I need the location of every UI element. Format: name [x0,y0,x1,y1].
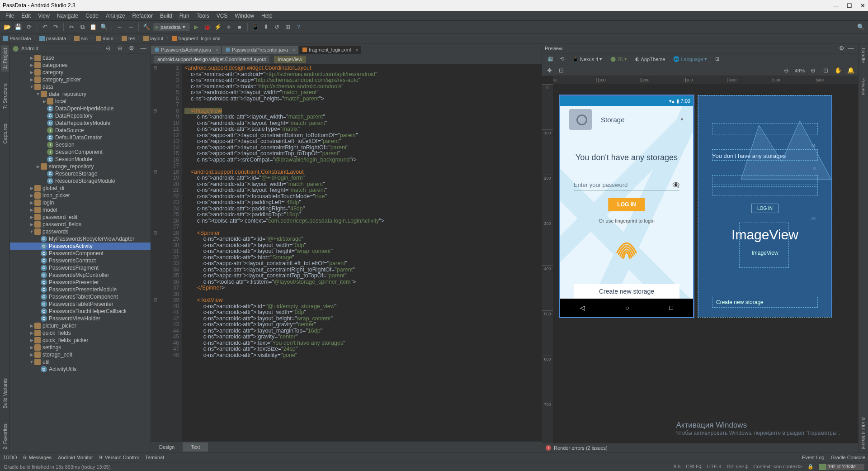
tree-node[interactable]: CMyPasswordsRecyclerViewAdapter [10,235,151,243]
editor-tab[interactable]: PasswordsActivity.java× [151,46,221,54]
minimize-button[interactable]: — [833,2,839,9]
render-errors-bar[interactable]: ! Render errors (2 issues) [542,443,858,452]
breadcrumb-item[interactable]: fragment_login.xml [172,36,223,41]
zoom-fit-icon[interactable]: ⊡ [821,66,830,75]
tree-node[interactable]: ▶storage_edit [10,351,151,358]
gear-icon[interactable]: ⚙ [127,44,136,53]
file-encoding[interactable]: UTF-8 [707,464,721,470]
nav-recent-icon[interactable]: □ [669,304,673,311]
tab-design[interactable]: Design [151,442,183,452]
tree-node[interactable]: CPasswordViewHolder [10,315,151,322]
undo-icon[interactable]: ↶ [40,23,49,32]
lock-icon[interactable]: 🔒 [807,464,814,470]
close-tab-icon[interactable]: × [216,48,218,52]
bottom-tab[interactable]: Terminal [145,455,164,460]
attach-icon[interactable]: ⎆ [224,23,233,32]
menu-file[interactable]: File [2,12,18,20]
menu-navigate[interactable]: Navigate [53,12,82,20]
tree-node[interactable]: CPasswordsContract [10,257,151,264]
tree-node[interactable]: CResourceStorageModule [10,177,151,185]
pan-mode-icon[interactable]: ✋ [834,66,843,75]
nav-back-icon[interactable]: ◁ [580,304,585,311]
tree-node[interactable]: CPasswordsActivity [10,243,151,250]
theme-dropdown[interactable]: ◐ AppTheme [632,55,668,63]
tree-node[interactable]: CSessionModule [10,156,151,163]
tree-node[interactable]: ISessionComponent [10,148,151,156]
project-view-dropdown[interactable]: Android [21,46,101,51]
tree-node[interactable]: CPasswordsComponent [10,250,151,257]
bottom-tab[interactable]: 9: Version Control [99,455,139,460]
tree-node[interactable]: ▼data_repository [10,90,151,98]
tree-node[interactable]: CPasswordsFragment [10,264,151,271]
back-icon[interactable]: ← [115,23,124,32]
collapse-icon[interactable]: ⊖ [104,44,113,53]
tree-node[interactable]: CDataOpenHelperModule [10,105,151,112]
breadcrumb-item[interactable]: src [74,35,95,42]
visibility-off-icon[interactable]: 👁‍🗨 [672,181,679,188]
sync-icon[interactable]: ⟳ [24,23,33,32]
tab-text[interactable]: Text [183,442,208,452]
tab-project[interactable]: 1: Project [1,45,9,71]
tree-node[interactable]: ▶quick_fields [10,329,151,337]
search-everywhere-icon[interactable]: 🔍 [856,23,865,32]
hide-icon[interactable]: — [139,44,148,53]
gear-icon[interactable]: ⚙ [837,44,846,53]
structure-icon[interactable]: ⊞ [283,23,292,32]
close-tab-icon[interactable]: × [292,48,295,52]
editor-tab[interactable]: fragment_login.xml× [299,46,361,54]
preview-device-blueprint[interactable]: 16 You don't have any storages 8 LOG IN … [698,95,832,317]
tree-node[interactable]: ▼data [10,83,151,90]
menu-tools[interactable]: Tools [193,12,213,20]
tree-node[interactable]: CDataRepository [10,112,151,119]
menu-edit[interactable]: Edit [18,12,34,20]
tree-node[interactable]: ▶storage_repository [10,163,151,170]
close-tab-icon[interactable]: × [355,48,358,52]
viewport-icon[interactable]: ⊡ [557,66,566,75]
menu-analyze[interactable]: Analyze [102,12,129,20]
language-dropdown[interactable]: 🌐 Language ▾ [670,55,710,63]
bottom-tab[interactable]: 6: Messages [24,455,52,460]
paste-icon[interactable]: 📋 [89,23,98,32]
hide-icon[interactable]: — [846,44,855,53]
menu-window[interactable]: Window [231,12,258,20]
breadcrumb-item[interactable]: layout [143,35,170,42]
password-field[interactable]: Enter your password 👁‍🗨 [574,180,679,190]
tab-android-model[interactable]: Android Model [860,414,867,452]
fingerprint-icon[interactable] [611,229,642,263]
tree-node[interactable]: ▶password_edit [10,214,151,221]
tree-node[interactable]: CPasswordsPresenter [10,279,151,286]
menu-vcs[interactable]: VCS [213,12,231,20]
menu-build[interactable]: Build [156,12,176,20]
make-icon[interactable]: 🔨 [142,23,151,32]
open-icon[interactable]: 📂 [3,23,12,32]
tree-node[interactable]: ISession [10,141,151,148]
git-branch[interactable]: Git: dev ‡ [726,464,748,470]
maximize-button[interactable]: ☐ [847,2,852,9]
stop-icon[interactable]: ■ [235,23,244,32]
tree-node[interactable]: CPasswordsMvpController [10,271,151,279]
tree-node[interactable]: CPasswordsTabletPresenter [10,300,151,308]
copy-icon[interactable]: ⧉ [78,23,87,32]
tree-node[interactable]: CPasswordsTabletComponent [10,293,151,300]
help-icon[interactable]: ? [294,23,303,32]
memory-indicator[interactable]: 192 of 1263M [819,464,864,470]
zoom-out-icon[interactable]: ⊖ [782,66,791,75]
storage-spinner[interactable]: Storage [601,116,684,124]
palette-tab[interactable]: ◫ [545,55,556,63]
tree-node[interactable]: ▶picture_picker [10,322,151,329]
tab-gradle[interactable]: Gradle [860,45,867,66]
forward-icon[interactable]: → [126,23,135,32]
device-dropdown[interactable]: 📱 Nexus 4 ▾ [570,55,605,63]
redo-icon[interactable]: ↷ [51,23,60,32]
editor-bc-1[interactable]: ImageView [274,56,306,63]
pan-icon[interactable]: ✥ [545,66,554,75]
update-icon[interactable]: ↺ [273,23,282,32]
tree-node[interactable]: IDataSource [10,127,151,134]
breadcrumb-item[interactable]: passdata [39,35,74,42]
menu-refactor[interactable]: Refactor [129,12,156,20]
editor-bc-0[interactable]: android.support.design.widget.Coordinato… [154,56,269,63]
variant-icon[interactable]: ⊞ [712,55,722,63]
preview-device-render[interactable]: ▾▴▮7:00 Storage You don't have any stora… [560,95,693,317]
tree-node[interactable]: CPasswordsPresenterModule [10,286,151,293]
tree-node[interactable]: ▶global_di [10,185,151,192]
